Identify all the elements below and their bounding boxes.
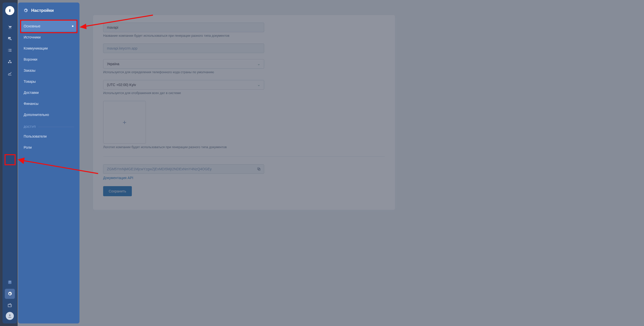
domain-input bbox=[103, 44, 264, 53]
rail-item-chat[interactable] bbox=[5, 34, 15, 44]
save-button[interactable]: Сохранить bbox=[103, 186, 132, 196]
panel-title: Настройки bbox=[31, 8, 54, 13]
icon-rail: ? bbox=[3, 3, 17, 323]
country-help: Используется для определения телефонного… bbox=[103, 70, 385, 74]
timezone-select-value: (UTC +02:00) Kyiv bbox=[107, 83, 136, 87]
api-doc-link[interactable]: Документация API bbox=[103, 176, 133, 180]
user-avatar[interactable] bbox=[6, 312, 14, 320]
svg-point-4 bbox=[11, 28, 11, 29]
help-icon: ? bbox=[7, 280, 12, 285]
svg-point-2 bbox=[9, 9, 10, 11]
panel-item-general[interactable]: Основные bbox=[21, 21, 77, 32]
app-logo[interactable] bbox=[5, 6, 14, 15]
panel-item-finance[interactable]: Финансы bbox=[18, 98, 79, 109]
plus-icon: + bbox=[123, 118, 126, 126]
settings-panel: Настройки Основные Источники Коммуникаци… bbox=[18, 3, 79, 323]
svg-point-10 bbox=[10, 305, 11, 306]
country-select-value: Україна bbox=[107, 62, 119, 66]
copy-api-key-button[interactable] bbox=[254, 167, 264, 171]
timezone-select[interactable]: (UTC +02:00) Kyiv bbox=[103, 80, 264, 90]
copy-icon bbox=[257, 167, 261, 171]
settings-form-card: Название компании будет использоваться п… bbox=[93, 15, 395, 210]
logo-help: Логотип компании будет использоваться пр… bbox=[103, 145, 385, 149]
list-icon bbox=[7, 48, 12, 53]
api-key-input[interactable] bbox=[103, 165, 254, 174]
rail-item-warehouse[interactable] bbox=[5, 57, 15, 67]
gear-icon bbox=[23, 8, 28, 13]
panel-item-funnels[interactable]: Воронки bbox=[18, 54, 79, 65]
rail-item-orders[interactable] bbox=[5, 22, 15, 32]
company-name-input[interactable] bbox=[103, 23, 264, 32]
rail-item-help[interactable]: ? bbox=[5, 277, 15, 287]
company-name-help: Название компании будет использоваться п… bbox=[103, 34, 385, 37]
panel-item-delivery[interactable]: Доставки bbox=[18, 87, 79, 98]
rail-item-tasks[interactable] bbox=[5, 45, 15, 55]
country-select[interactable]: Україна bbox=[103, 59, 264, 69]
panel-item-sources[interactable]: Источники bbox=[18, 32, 79, 43]
svg-rect-7 bbox=[10, 62, 12, 63]
logo-upload[interactable]: + bbox=[103, 101, 146, 144]
panel-section-access: ДОСТУП bbox=[18, 120, 79, 131]
cart-icon bbox=[7, 25, 12, 30]
rail-item-settings[interactable] bbox=[5, 289, 15, 299]
svg-rect-6 bbox=[8, 62, 9, 63]
panel-item-orders[interactable]: Заказы bbox=[18, 65, 79, 76]
chat-icon bbox=[7, 36, 12, 41]
gear-icon bbox=[7, 291, 12, 296]
person-icon bbox=[8, 314, 12, 318]
divider bbox=[103, 156, 385, 157]
boxes-icon bbox=[7, 59, 12, 64]
svg-point-3 bbox=[9, 28, 10, 29]
main-content-area: Название компании будет использоваться п… bbox=[18, 0, 644, 326]
rail-item-analytics[interactable] bbox=[5, 68, 15, 78]
chart-icon bbox=[7, 71, 12, 76]
rail-item-wallet[interactable] bbox=[5, 300, 15, 310]
panel-item-products[interactable]: Товары bbox=[18, 76, 79, 87]
svg-rect-5 bbox=[9, 60, 11, 61]
panel-header: Настройки bbox=[18, 7, 79, 21]
panel-item-additional[interactable]: Дополнительно bbox=[18, 109, 79, 120]
api-key-row bbox=[103, 164, 264, 174]
panel-item-communications[interactable]: Коммуникации bbox=[18, 43, 79, 54]
panel-item-roles[interactable]: Роли bbox=[18, 142, 79, 153]
panel-item-users[interactable]: Пользователи bbox=[18, 131, 79, 142]
svg-text:?: ? bbox=[9, 281, 11, 283]
svg-point-11 bbox=[9, 314, 11, 316]
keyhole-icon bbox=[8, 8, 12, 13]
timezone-help: Используется для отображения всех дат в … bbox=[103, 91, 385, 95]
wallet-icon bbox=[7, 303, 12, 308]
